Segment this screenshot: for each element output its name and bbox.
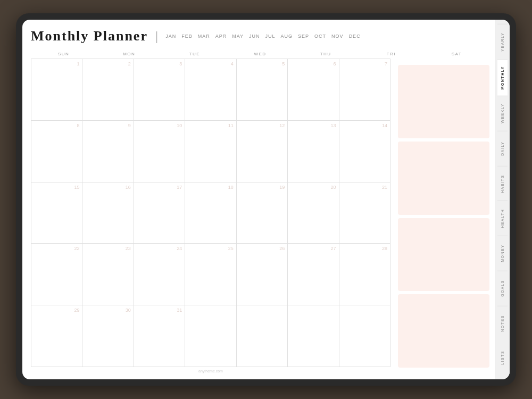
calendar-day[interactable]: 15 bbox=[31, 182, 82, 244]
day-header-mon: MON bbox=[96, 49, 162, 59]
tab-notes[interactable]: NOTES bbox=[497, 306, 508, 341]
day-header-wed: WED bbox=[227, 49, 293, 59]
footer-text: anytheme.com bbox=[31, 367, 390, 374]
sidebar-panel bbox=[394, 59, 489, 374]
calendar-day[interactable]: 7 bbox=[339, 59, 390, 120]
day-number: 30 bbox=[126, 307, 131, 313]
tab-goals[interactable]: GOALS bbox=[497, 271, 508, 306]
calendar-day[interactable]: 20 bbox=[288, 182, 339, 244]
calendar-day[interactable]: 25 bbox=[185, 244, 236, 305]
calendar-day[interactable]: 27 bbox=[288, 244, 339, 305]
content-wrapper: 1234567891011121314151617181920212223242… bbox=[31, 59, 489, 374]
day-number: 8 bbox=[77, 123, 79, 128]
month-nav: JANFEBMARAPRMAYJUNJULAUGSEPOCTNOVDEC bbox=[165, 34, 360, 39]
tab-yearly[interactable]: YEARLY bbox=[497, 24, 508, 59]
calendar-week-5: 293031 bbox=[31, 305, 390, 367]
day-header-sat: SAT bbox=[424, 49, 489, 59]
calendar-day[interactable]: 18 bbox=[185, 182, 236, 244]
day-number: 29 bbox=[74, 307, 79, 313]
tab-health[interactable]: HEALTH bbox=[497, 201, 508, 236]
tablet-screen: Monthly Planner | JANFEBMARAPRMAYJUNJULA… bbox=[22, 20, 510, 379]
calendar-day[interactable]: 21 bbox=[339, 182, 390, 244]
day-number: 12 bbox=[279, 123, 285, 128]
calendar-day[interactable]: 1 bbox=[31, 59, 82, 120]
calendar-day[interactable]: 23 bbox=[82, 244, 134, 305]
month-label-aug[interactable]: AUG bbox=[281, 34, 293, 39]
day-number: 11 bbox=[228, 123, 234, 128]
day-number: 28 bbox=[382, 246, 387, 251]
month-label-mar[interactable]: MAR bbox=[198, 34, 210, 39]
calendar-day[interactable] bbox=[237, 305, 288, 367]
calendar-day[interactable] bbox=[185, 305, 236, 367]
tab-lists[interactable]: LISTS bbox=[497, 340, 508, 375]
tab-monthly[interactable]: MONTHLY bbox=[497, 59, 508, 96]
calendar-day[interactable] bbox=[339, 305, 390, 367]
calendar-day[interactable]: 2 bbox=[82, 59, 134, 120]
day-number: 14 bbox=[382, 123, 387, 128]
day-number: 16 bbox=[126, 185, 131, 190]
calendar-day[interactable]: 24 bbox=[134, 244, 185, 305]
calendar-week-3: 15161718192021 bbox=[31, 182, 390, 244]
calendar-day[interactable]: 10 bbox=[134, 121, 185, 182]
day-number: 21 bbox=[382, 185, 387, 190]
calendar-section: SUNMONTUEWEDTHUFRISAT 123456789101112131… bbox=[31, 49, 489, 374]
tab-weekly[interactable]: WEEKLY bbox=[497, 96, 508, 131]
month-label-nov[interactable]: NOV bbox=[331, 34, 344, 39]
month-label-feb[interactable]: FEB bbox=[181, 34, 193, 39]
month-label-dec[interactable]: DEC bbox=[349, 34, 361, 39]
calendar-day[interactable] bbox=[288, 305, 339, 367]
calendar-day[interactable]: 30 bbox=[82, 305, 134, 367]
day-number: 15 bbox=[74, 185, 79, 190]
day-number: 10 bbox=[177, 123, 182, 128]
calendar-day[interactable]: 16 bbox=[82, 182, 134, 244]
day-number: 31 bbox=[177, 307, 182, 313]
calendar-day[interactable]: 31 bbox=[134, 305, 185, 367]
main-content: Monthly Planner | JANFEBMARAPRMAYJUNJULA… bbox=[22, 20, 495, 379]
calendar-day[interactable]: 9 bbox=[82, 121, 134, 182]
header: Monthly Planner | JANFEBMARAPRMAYJUNJULA… bbox=[31, 28, 489, 44]
calendar-day[interactable]: 17 bbox=[134, 182, 185, 244]
month-label-jun[interactable]: JUN bbox=[249, 34, 260, 39]
calendar-day[interactable]: 11 bbox=[185, 121, 236, 182]
day-headers: SUNMONTUEWEDTHUFRISAT bbox=[31, 49, 489, 59]
month-label-may[interactable]: MAY bbox=[232, 34, 244, 39]
day-header-thu: THU bbox=[293, 49, 359, 59]
month-label-sep[interactable]: SEP bbox=[298, 34, 309, 39]
day-number: 27 bbox=[331, 246, 336, 251]
sidebar-note-block-4[interactable] bbox=[398, 294, 489, 368]
sidebar-note-block-2[interactable] bbox=[398, 142, 489, 215]
day-number: 20 bbox=[331, 185, 336, 190]
month-label-jan[interactable]: JAN bbox=[165, 34, 176, 39]
title-divider: | bbox=[155, 28, 158, 44]
day-number: 19 bbox=[279, 185, 285, 190]
calendar-day[interactable]: 5 bbox=[237, 59, 288, 120]
calendar-day[interactable]: 13 bbox=[288, 121, 339, 182]
calendar-day[interactable]: 29 bbox=[31, 305, 82, 367]
calendar-day[interactable]: 28 bbox=[339, 244, 390, 305]
day-number: 4 bbox=[231, 61, 234, 66]
calendar-day[interactable]: 3 bbox=[134, 59, 185, 120]
calendar-day[interactable]: 12 bbox=[237, 121, 288, 182]
calendar-day[interactable]: 6 bbox=[288, 59, 339, 120]
calendar-day[interactable]: 14 bbox=[339, 121, 390, 182]
calendar-day[interactable]: 4 bbox=[185, 59, 236, 120]
calendar-day[interactable]: 8 bbox=[31, 121, 82, 182]
calendar-day[interactable]: 22 bbox=[31, 244, 82, 305]
day-number: 26 bbox=[279, 246, 285, 251]
tab-habits[interactable]: HABITS bbox=[497, 166, 508, 201]
month-label-apr[interactable]: APR bbox=[215, 34, 227, 39]
tab-daily[interactable]: DAILY bbox=[497, 131, 508, 166]
calendar-wrapper: 1234567891011121314151617181920212223242… bbox=[31, 59, 390, 374]
sidebar-note-block-1[interactable] bbox=[398, 65, 489, 138]
month-label-oct[interactable]: OCT bbox=[314, 34, 326, 39]
day-number: 25 bbox=[228, 246, 234, 251]
month-label-jul[interactable]: JUL bbox=[265, 34, 276, 39]
tab-strip: YEARLYMONTHLYWEEKLYDAILYHABITSHEALTHMONE… bbox=[495, 20, 510, 379]
day-header-sun: SUN bbox=[31, 49, 96, 59]
day-number: 7 bbox=[385, 61, 387, 66]
calendar-day[interactable]: 26 bbox=[237, 244, 288, 305]
tab-money[interactable]: MONEY bbox=[497, 236, 508, 271]
sidebar-note-block-3[interactable] bbox=[398, 218, 489, 292]
calendar-day[interactable]: 19 bbox=[237, 182, 288, 244]
calendar-week-1: 1234567 bbox=[31, 59, 390, 121]
